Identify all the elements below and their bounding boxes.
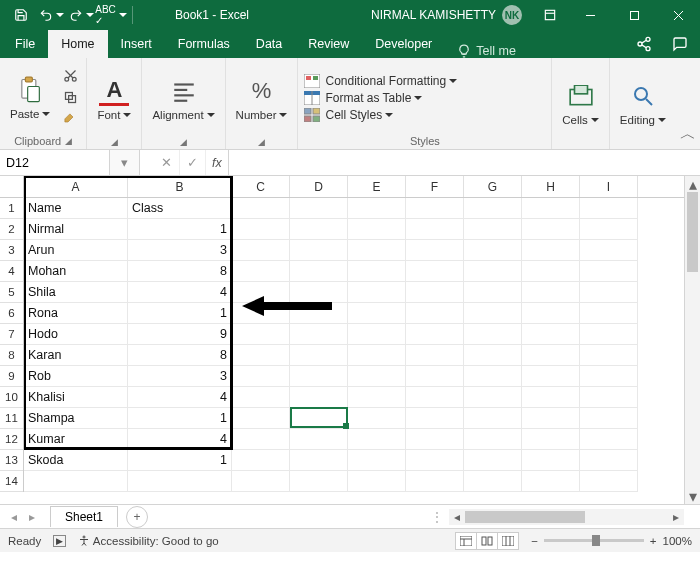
cell[interactable]: [290, 324, 348, 345]
cell[interactable]: [522, 240, 580, 261]
cell[interactable]: [232, 387, 290, 408]
row-header[interactable]: 7: [0, 324, 23, 345]
paste-button[interactable]: Paste: [6, 75, 54, 120]
row-header[interactable]: 8: [0, 345, 23, 366]
cell[interactable]: [232, 324, 290, 345]
cell[interactable]: [522, 408, 580, 429]
cell[interactable]: [580, 366, 638, 387]
cell[interactable]: Name: [24, 198, 128, 219]
cell[interactable]: [406, 261, 464, 282]
cell[interactable]: [290, 198, 348, 219]
cell[interactable]: [406, 429, 464, 450]
cell[interactable]: [290, 219, 348, 240]
cell[interactable]: [464, 450, 522, 471]
redo-icon[interactable]: [68, 2, 94, 28]
cell[interactable]: 1: [128, 303, 232, 324]
name-box-dropdown-icon[interactable]: ▾: [110, 150, 140, 175]
copy-icon[interactable]: [60, 88, 80, 108]
sheet-prev-icon[interactable]: ◂: [6, 510, 22, 524]
format-as-table-button[interactable]: Format as Table: [304, 91, 457, 105]
cell[interactable]: [464, 387, 522, 408]
cell[interactable]: 4: [128, 387, 232, 408]
cell[interactable]: [348, 345, 406, 366]
tab-home[interactable]: Home: [48, 30, 107, 58]
user-account[interactable]: NIRMAL KAMISHETTY NK: [371, 5, 522, 25]
column-header[interactable]: A: [24, 176, 128, 197]
cell[interactable]: [406, 366, 464, 387]
cell[interactable]: 9: [128, 324, 232, 345]
cell[interactable]: [24, 471, 128, 492]
tab-formulas[interactable]: Formulas: [165, 30, 243, 58]
cell[interactable]: [406, 198, 464, 219]
cell[interactable]: [580, 387, 638, 408]
row-header[interactable]: 10: [0, 387, 23, 408]
cell[interactable]: [406, 303, 464, 324]
cell[interactable]: [406, 282, 464, 303]
cell[interactable]: [522, 345, 580, 366]
cell[interactable]: [406, 240, 464, 261]
column-header[interactable]: B: [128, 176, 232, 197]
cell[interactable]: [580, 303, 638, 324]
row-header[interactable]: 2: [0, 219, 23, 240]
accessibility-status[interactable]: Accessibility: Good to go: [78, 535, 218, 547]
horizontal-scrollbar[interactable]: ◂ ▸: [449, 509, 684, 525]
cell[interactable]: [406, 408, 464, 429]
column-header[interactable]: E: [348, 176, 406, 197]
cell[interactable]: [348, 366, 406, 387]
column-header[interactable]: H: [522, 176, 580, 197]
cell[interactable]: 3: [128, 366, 232, 387]
cell[interactable]: [290, 429, 348, 450]
cell[interactable]: [464, 324, 522, 345]
cell[interactable]: [464, 303, 522, 324]
cell[interactable]: [464, 261, 522, 282]
cell[interactable]: [232, 261, 290, 282]
cell[interactable]: [464, 429, 522, 450]
cell[interactable]: [232, 345, 290, 366]
cell[interactable]: [522, 324, 580, 345]
cell[interactable]: [290, 450, 348, 471]
column-header[interactable]: G: [464, 176, 522, 197]
cell[interactable]: [464, 240, 522, 261]
cell[interactable]: 4: [128, 282, 232, 303]
cell[interactable]: 8: [128, 345, 232, 366]
minimize-button[interactable]: [568, 0, 612, 30]
macro-record-icon[interactable]: ▶: [53, 535, 66, 547]
cell[interactable]: Khalisi: [24, 387, 128, 408]
cell-styles-button[interactable]: Cell Styles: [304, 108, 457, 122]
cell[interactable]: [348, 198, 406, 219]
row-header[interactable]: 14: [0, 471, 23, 492]
cell[interactable]: [406, 450, 464, 471]
cell[interactable]: [522, 450, 580, 471]
tab-split-handle[interactable]: ⋮: [431, 510, 449, 524]
cell[interactable]: [406, 471, 464, 492]
cell[interactable]: [522, 261, 580, 282]
normal-view-icon[interactable]: [455, 532, 477, 550]
cell[interactable]: [348, 408, 406, 429]
cell[interactable]: [580, 471, 638, 492]
cell[interactable]: [522, 471, 580, 492]
cut-icon[interactable]: [60, 66, 80, 86]
cell[interactable]: [580, 450, 638, 471]
select-all-corner[interactable]: [0, 176, 24, 198]
cell[interactable]: [290, 345, 348, 366]
zoom-slider[interactable]: [544, 539, 644, 542]
alignment-launcher-icon[interactable]: ◢: [180, 137, 187, 147]
cell[interactable]: [290, 303, 348, 324]
new-sheet-button[interactable]: +: [126, 506, 148, 528]
cell[interactable]: [580, 408, 638, 429]
zoom-level[interactable]: 100%: [663, 535, 692, 547]
cell[interactable]: [348, 282, 406, 303]
cell[interactable]: [464, 408, 522, 429]
cell[interactable]: [232, 429, 290, 450]
cell[interactable]: [232, 450, 290, 471]
cell[interactable]: Rona: [24, 303, 128, 324]
cell[interactable]: [348, 429, 406, 450]
cell[interactable]: Mohan: [24, 261, 128, 282]
cell[interactable]: [522, 366, 580, 387]
collapse-ribbon-icon[interactable]: ︿: [676, 124, 700, 145]
cell[interactable]: [406, 345, 464, 366]
save-icon[interactable]: [8, 2, 34, 28]
cell[interactable]: [232, 471, 290, 492]
font-button[interactable]: A Font: [93, 76, 135, 121]
cell[interactable]: 1: [128, 408, 232, 429]
